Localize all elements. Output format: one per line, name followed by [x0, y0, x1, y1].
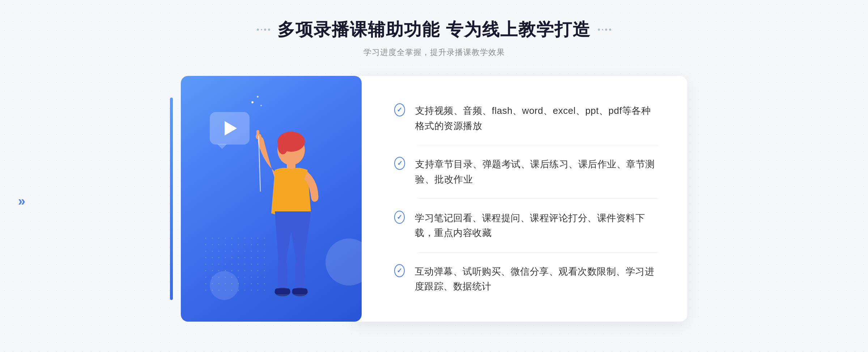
feature-text-2: 支持章节目录、弹题考试、课后练习、课后作业、章节测验、批改作业	[415, 157, 658, 187]
page-container: » 多项录播课辅助功能 专为线上教学打造 学习进度全掌握，提升录播课教学效果	[0, 0, 868, 352]
dot-8	[609, 29, 611, 31]
dot-2	[261, 29, 262, 30]
main-title: 多项录播课辅助功能 专为线上教学打造	[277, 18, 590, 41]
feature-item-1: 支持视频、音频、flash、word、excel、ppt、pdf等各种格式的资源…	[394, 103, 658, 133]
person-illustration	[228, 119, 336, 322]
subtitle: 学习进度全掌握，提升录播课教学效果	[257, 47, 611, 58]
dot-4	[268, 29, 270, 31]
svg-rect-5	[295, 262, 305, 291]
sparkle-dot-2	[257, 96, 259, 98]
divider-3	[417, 252, 658, 253]
svg-point-2	[278, 138, 288, 154]
feature-text-1: 支持视频、音频、flash、word、excel、ppt、pdf等各种格式的资源…	[415, 103, 658, 133]
dot-1	[257, 29, 259, 31]
dot-6	[602, 29, 603, 30]
main-content: 支持视频、音频、flash、word、excel、ppt、pdf等各种格式的资源…	[181, 76, 687, 322]
feature-text-4: 互动弹幕、试听购买、微信分享、观看次数限制、学习进度跟踪、数据统计	[415, 264, 658, 294]
sparkle-dot-1	[251, 101, 254, 103]
dot-7	[605, 29, 607, 31]
check-icon-1	[394, 103, 405, 116]
divider-2	[417, 198, 658, 199]
svg-rect-9	[292, 288, 307, 294]
dot-3	[264, 29, 266, 31]
check-icon-3	[394, 211, 405, 224]
feature-item-4: 互动弹幕、试听购买、微信分享、观看次数限制、学习进度跟踪、数据统计	[394, 264, 658, 294]
check-icon-4	[394, 264, 405, 277]
svg-rect-7	[275, 288, 290, 294]
divider-1	[417, 145, 658, 145]
illustration-card	[181, 76, 362, 322]
dot-5	[598, 29, 600, 31]
header-section: 多项录播课辅助功能 专为线上教学打造 学习进度全掌握，提升录播课教学效果	[257, 18, 611, 58]
gradient-bar	[170, 98, 173, 300]
feature-text-3: 学习笔记回看、课程提问、课程评论打分、课件资料下载，重点内容收藏	[415, 211, 658, 241]
feature-item-3: 学习笔记回看、课程提问、课程评论打分、课件资料下载，重点内容收藏	[394, 211, 658, 241]
header-dots-right	[598, 29, 611, 31]
page-left-arrows: »	[18, 194, 24, 209]
person-svg	[228, 119, 336, 322]
svg-rect-4	[278, 262, 287, 291]
header-title-row: 多项录播课辅助功能 专为线上教学打造	[257, 18, 611, 41]
feature-item-2: 支持章节目录、弹题考试、课后练习、课后作业、章节测验、批改作业	[394, 157, 658, 187]
features-card: 支持视频、音频、flash、word、excel、ppt、pdf等各种格式的资源…	[351, 76, 687, 322]
sparkle-dot-3	[260, 105, 262, 106]
header-dots-left	[257, 29, 270, 31]
check-icon-2	[394, 157, 405, 170]
